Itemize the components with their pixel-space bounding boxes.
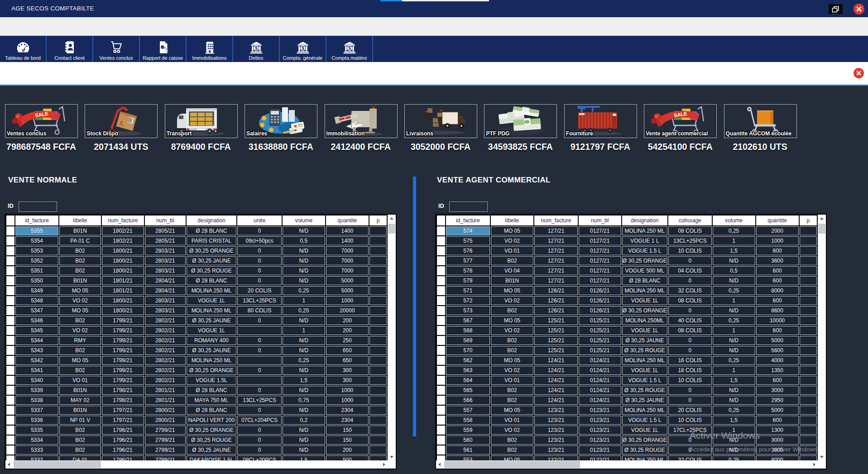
cell[interactable]: RMY <box>59 336 101 345</box>
cell[interactable]: 600 <box>756 266 799 275</box>
overview-card-ventes-conclus[interactable]: SALEVentes conclus <box>5 104 78 138</box>
cell[interactable] <box>800 386 817 395</box>
row-selector-cell[interactable] <box>6 246 14 255</box>
cell[interactable]: 0127/21 <box>579 246 621 255</box>
overview-card-fourniture[interactable]: Fourniture <box>564 104 637 138</box>
cell[interactable]: 08 COLIS <box>668 326 712 335</box>
cell[interactable]: N/D <box>283 276 325 285</box>
cell[interactable]: 1 <box>283 296 325 305</box>
cell[interactable] <box>369 376 387 385</box>
cell[interactable]: N/D <box>713 276 755 285</box>
cell[interactable]: Ø 30,25 ORANGE <box>622 306 667 315</box>
cell[interactable] <box>800 336 817 345</box>
cell[interactable]: 1 <box>713 296 755 305</box>
cell[interactable]: 5348 <box>15 296 59 305</box>
cell[interactable]: 10 COLIS <box>668 246 712 255</box>
cell[interactable]: 13CL+25PCS <box>237 296 282 305</box>
cell[interactable]: 123/21 <box>534 436 577 445</box>
cell[interactable]: 558 <box>446 416 490 425</box>
row-selector-cell[interactable] <box>437 296 445 305</box>
cell[interactable]: 0 <box>237 386 282 395</box>
cell[interactable]: 300 <box>326 376 369 385</box>
cell[interactable] <box>369 226 387 235</box>
cell[interactable]: 5334 <box>15 436 59 445</box>
cell[interactable]: 125/21 <box>534 316 577 325</box>
cell[interactable]: 2802/21 <box>145 366 186 375</box>
cell[interactable]: 16 COLIS <box>668 356 712 365</box>
cell[interactable]: 80 COLIS <box>237 306 282 315</box>
cell[interactable]: VOGUE 1.5L <box>187 376 236 385</box>
row-selector-cell[interactable] <box>437 406 445 415</box>
row-selector-cell[interactable] <box>437 316 445 325</box>
cell[interactable]: Ø 30,25 ROUGE <box>187 266 236 275</box>
cell[interactable]: N/D <box>283 386 325 395</box>
cell[interactable]: 577 <box>446 256 490 265</box>
cell[interactable]: 300 <box>326 366 369 375</box>
cell[interactable]: 2803/21 <box>145 246 186 255</box>
cell[interactable]: Ø 30,25 ROUGE <box>622 346 667 355</box>
horizontal-scroll-thumb[interactable] <box>444 461 580 468</box>
cell[interactable]: 1 <box>713 326 755 335</box>
cell[interactable]: 1000 <box>756 236 799 245</box>
cell[interactable]: 200 <box>326 445 369 455</box>
row-selector-cell[interactable] <box>6 406 14 415</box>
cell[interactable]: 2802/21 <box>145 346 186 355</box>
cell[interactable]: Ø 28 BLANC <box>622 276 667 285</box>
cell[interactable]: 1000 <box>326 386 369 395</box>
cell[interactable]: N/D <box>283 426 325 435</box>
cell[interactable] <box>800 396 817 405</box>
cell[interactable]: 1800/21 <box>102 246 144 255</box>
cell[interactable] <box>800 246 817 255</box>
cell[interactable]: B02 <box>59 445 101 455</box>
row-selector-cell[interactable] <box>437 246 445 255</box>
cell[interactable]: 2803/21 <box>145 256 186 265</box>
cell[interactable]: 0 <box>668 445 712 455</box>
cell[interactable]: 0125/21 <box>579 346 621 355</box>
cell[interactable]: 0127/21 <box>579 276 621 285</box>
vertical-scrollbar[interactable] <box>388 215 396 460</box>
cell[interactable]: N/D <box>713 306 755 315</box>
row-selector-cell[interactable] <box>437 396 445 405</box>
cell[interactable]: VO 02 <box>491 366 534 375</box>
cell[interactable]: 1800/21 <box>102 266 144 275</box>
cell[interactable]: Ø 28 BLANC <box>187 226 236 235</box>
left-id-input[interactable] <box>19 201 57 212</box>
cell[interactable]: 1797/21 <box>102 406 144 415</box>
cell[interactable]: 0,5 <box>283 236 325 245</box>
row-selector-header[interactable] <box>437 215 445 225</box>
cell[interactable] <box>800 276 817 285</box>
row-selector-cell[interactable] <box>437 256 445 265</box>
cell[interactable]: MO 05 <box>491 226 534 235</box>
cell[interactable]: 0123/21 <box>579 416 621 425</box>
row-selector-cell[interactable] <box>6 266 14 275</box>
cell[interactable] <box>237 376 282 385</box>
cell[interactable]: MOLINA 250 ML <box>622 286 667 295</box>
cell[interactable] <box>800 406 817 415</box>
row-selector-cell[interactable] <box>437 416 445 425</box>
cell[interactable]: 0 <box>237 316 282 325</box>
cell[interactable]: 0,25 <box>713 356 755 365</box>
column-header-designation[interactable]: designation <box>187 215 236 225</box>
cell[interactable]: 1,5 <box>283 455 325 460</box>
cell[interactable]: 2799/21 <box>145 436 186 445</box>
cell[interactable]: 126/21 <box>534 306 577 315</box>
cell[interactable]: B02 <box>491 336 534 345</box>
cell[interactable] <box>800 455 817 460</box>
cell[interactable]: 2803/21 <box>145 266 186 275</box>
cell[interactable]: 572 <box>446 296 490 305</box>
cell[interactable] <box>369 266 387 275</box>
cell[interactable]: 571 <box>446 286 490 295</box>
toolbar-button-ventes-conclus[interactable]: Ventes conclus <box>93 36 140 62</box>
cell[interactable]: MOLINA 250ML <box>622 316 667 325</box>
row-selector-cell[interactable] <box>437 366 445 375</box>
cell[interactable]: B01N <box>59 386 101 395</box>
cell[interactable]: 20 COLIS <box>668 406 712 415</box>
cell[interactable]: 1796/21 <box>102 445 144 455</box>
cell[interactable]: 0 <box>668 396 712 405</box>
cell[interactable]: VO 01 <box>59 376 101 385</box>
cell[interactable]: 200 <box>326 326 369 335</box>
cell[interactable]: 07CL+204PCS <box>237 416 282 425</box>
cell[interactable]: B02 <box>491 445 534 455</box>
cell[interactable] <box>800 316 817 325</box>
cell[interactable]: Ø 28 BLANC <box>187 386 236 395</box>
